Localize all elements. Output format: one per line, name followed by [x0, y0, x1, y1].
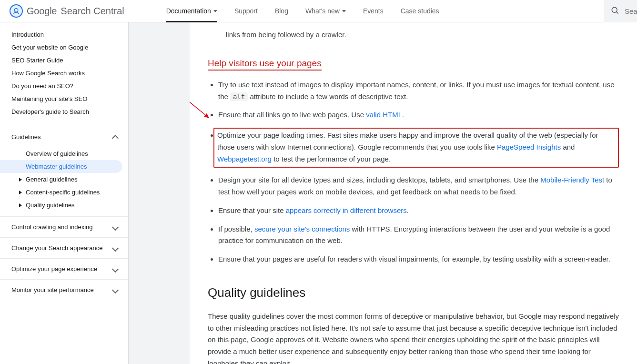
sidebar-item-label: Content-specific guidelines: [26, 189, 100, 196]
search-icon: [610, 6, 620, 17]
triangle-right-icon: [19, 178, 22, 182]
sidebar-link-maintaining-your-site-s-seo[interactable]: Maintaining your site's SEO: [0, 92, 128, 105]
list-item: Ensure that all links go to live web pag…: [218, 109, 619, 121]
topnav-label: Documentation: [166, 7, 211, 15]
main-content: links from being followed by a crawler. …: [190, 22, 637, 364]
list-item-highlighted: Optimize your page loading times. Fast s…: [218, 128, 619, 168]
triangle-right-icon: [19, 203, 22, 207]
list-item: Try to use text instead of images to dis…: [218, 79, 619, 103]
highlight-box: Optimize your page loading times. Fast s…: [213, 128, 619, 168]
logo-icon: [10, 4, 23, 18]
sidebar-item-label: Quality guidelines: [26, 202, 75, 209]
intro-fragment: links from being followed by a crawler.: [226, 29, 619, 41]
sidebar-item-overview-of-guidelines[interactable]: Overview of guidelines: [0, 147, 128, 160]
search-input[interactable]: [625, 7, 637, 15]
triangle-right-icon: [19, 191, 22, 194]
chevron-down-icon: [112, 223, 119, 230]
sidebar-item-quality-guidelines[interactable]: Quality guidelines: [0, 199, 128, 212]
topnav-label: Blog: [275, 7, 288, 15]
quality-heading: Quality guidelines: [208, 285, 619, 300]
sidebar-group-label: Control crawling and indexing: [11, 223, 93, 231]
svg-point-0: [14, 9, 18, 12]
sidebar-link-get-your-website-on-google[interactable]: Get your website on Google: [0, 41, 128, 54]
sidebar-link-introduction[interactable]: Introduction: [0, 28, 128, 41]
sidebar-link-do-you-need-an-seo-[interactable]: Do you need an SEO?: [0, 80, 128, 92]
logo[interactable]: Google Search Central: [10, 4, 124, 18]
topnav-label: What's new: [305, 7, 340, 15]
sidebar-link-developer-s-guide-to-search[interactable]: Developer's guide to Search: [0, 105, 128, 118]
topnav-label: Events: [363, 7, 384, 15]
chevron-down-icon: [112, 265, 119, 272]
topnav-label: Support: [234, 7, 258, 15]
topnav-item-blog[interactable]: Blog: [266, 0, 297, 22]
topnav-item-events[interactable]: Events: [354, 0, 392, 22]
sidebar-item-label: Webmaster guidelines: [26, 163, 87, 170]
sidebar-link-seo-starter-guide[interactable]: SEO Starter Guide: [0, 54, 128, 67]
topnav-item-documentation[interactable]: Documentation: [158, 0, 226, 22]
sidebar-item-general-guidelines[interactable]: General guidelines: [0, 173, 128, 186]
sidebar-group-change-your-search-appearance[interactable]: Change your Search appearance: [0, 237, 128, 258]
sidebar-item-content-specific-guidelines[interactable]: Content-specific guidelines: [0, 186, 128, 199]
sidebar-group-label: Guidelines: [11, 133, 40, 141]
sidebar-group-control-crawling-and-indexing[interactable]: Control crawling and indexing: [0, 216, 128, 237]
topnav-label: Case studies: [401, 7, 439, 15]
quality-paragraph: These quality guidelines cover the most …: [208, 311, 619, 364]
topnav-item-what-s-new[interactable]: What's new: [297, 0, 354, 22]
link-mobile-friendly-test[interactable]: Mobile-Friendly Test: [540, 176, 604, 184]
svg-point-1: [612, 7, 617, 12]
svg-line-2: [617, 12, 618, 14]
logo-text-google: Google: [27, 6, 57, 17]
topnav-item-case-studies[interactable]: Case studies: [392, 0, 448, 22]
list-item: If possible, secure your site's connecti…: [218, 223, 619, 247]
link-secure-connections[interactable]: secure your site's connections: [254, 225, 350, 233]
sidebar-group-label: Optimize your page experience: [11, 265, 97, 273]
sidebar-group-monitor-your-site-performance[interactable]: Monitor your site performance: [0, 279, 128, 300]
help-list: Try to use text instead of images to dis…: [208, 79, 619, 265]
chevron-down-icon: [112, 244, 119, 251]
link-valid-html[interactable]: valid HTML: [366, 111, 402, 119]
app-header: Google Search Central DocumentationSuppo…: [0, 0, 637, 22]
search-box[interactable]: [604, 0, 637, 22]
svg-line-4: [190, 75, 209, 118]
list-item: Ensure that your site appears correctly …: [218, 205, 619, 217]
sidebar-group-label: Change your Search appearance: [11, 244, 103, 252]
sidebar-group-optimize-your-page-experience[interactable]: Optimize your page experience: [0, 258, 128, 279]
topnav-item-support[interactable]: Support: [226, 0, 266, 22]
list-item: Ensure that your pages are useful for re…: [218, 253, 619, 265]
link-browsers[interactable]: appears correctly in different browsers: [286, 206, 407, 214]
code-alt: alt: [230, 92, 248, 101]
chevron-up-icon: [112, 134, 119, 141]
caret-down-icon: [342, 10, 346, 12]
help-heading: Help visitors use your pages: [208, 58, 322, 71]
link-webpagetest[interactable]: Webpagetest.org: [217, 155, 272, 163]
chevron-down-icon: [112, 286, 119, 293]
logo-text-rest: Search Central: [61, 6, 124, 17]
list-item: Design your site for all device types an…: [218, 174, 619, 198]
sidebar-item-label: Overview of guidelines: [26, 150, 88, 157]
caret-down-icon: [213, 10, 217, 12]
top-nav: DocumentationSupportBlogWhat's newEvents…: [158, 0, 448, 22]
link-pagespeed-insights[interactable]: PageSpeed Insights: [497, 143, 561, 151]
sidebar-group-guidelines[interactable]: Guidelines: [0, 125, 128, 147]
sidebar-link-how-google-search-works[interactable]: How Google Search works: [0, 67, 128, 80]
sidebar-item-label: General guidelines: [26, 176, 77, 183]
sidebar: IntroductionGet your website on GoogleSE…: [0, 22, 129, 364]
sidebar-item-webmaster-guidelines[interactable]: Webmaster guidelines: [0, 160, 122, 173]
sidebar-group-label: Monitor your site performance: [11, 286, 94, 293]
gutter: [129, 22, 190, 364]
